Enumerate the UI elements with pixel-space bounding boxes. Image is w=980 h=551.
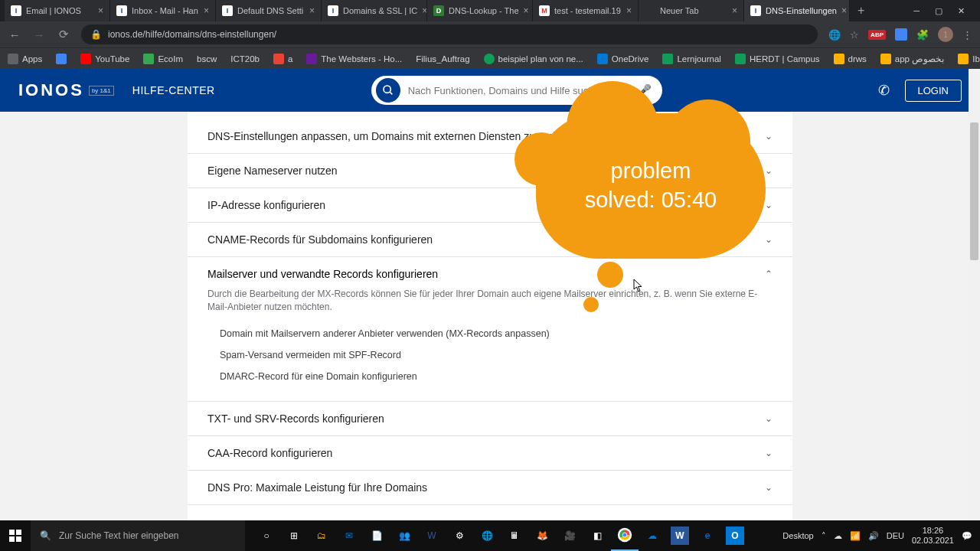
close-icon[interactable]: × <box>422 5 427 16</box>
accordion-item[interactable]: TXT- und SRV-Records konfigurieren⌄ <box>188 402 792 436</box>
section-title[interactable]: HILFE-CENTER <box>132 84 215 96</box>
close-icon[interactable]: × <box>841 5 847 16</box>
gtranslate-ext-icon[interactable] <box>895 28 907 41</box>
bookmark-youtube[interactable]: YouTube <box>80 54 129 64</box>
star-icon[interactable]: ☆ <box>850 29 859 41</box>
bookmark-ecoim[interactable]: EcoIm <box>143 54 183 64</box>
mail-icon[interactable]: ✉ <box>335 520 363 551</box>
bookmark-app[interactable]: app بخصوص <box>880 54 944 64</box>
tab-6[interactable]: Neuer Tab× <box>639 0 744 21</box>
calc-icon[interactable]: 🖩 <box>501 520 528 551</box>
bookmark-lernjournal[interactable]: Lernjournal <box>662 54 721 64</box>
zoom-icon[interactable]: 🎥 <box>556 520 583 551</box>
desktop-label[interactable]: Desktop <box>782 531 813 540</box>
cortana-icon[interactable]: ○ <box>253 520 280 551</box>
word-icon[interactable]: W <box>418 520 446 551</box>
firefox-icon[interactable]: 🦊 <box>528 520 556 551</box>
bookmark-drws[interactable]: drws <box>834 54 867 64</box>
edge-icon[interactable]: 🌐 <box>473 520 501 551</box>
tab-3[interactable]: IDomains & SSL | IC× <box>322 0 427 21</box>
clock[interactable]: 18:26 02.03.2021 <box>912 526 954 545</box>
help-link[interactable]: Domain mit Mailservern anderer Anbieter … <box>220 323 773 344</box>
new-tab-button[interactable]: + <box>850 4 872 18</box>
mic-icon[interactable]: 🎤 <box>630 83 658 98</box>
bookmark-herdt[interactable]: HERDT | Campus <box>735 54 820 64</box>
tray-overflow-icon[interactable]: ˄ <box>822 531 826 541</box>
search-input[interactable] <box>400 85 630 96</box>
accordion-header[interactable]: Mailserver und verwandte Records konfigu… <box>207 268 773 280</box>
accordion-description: Durch die Bearbeitung der MX-Records kön… <box>207 288 773 314</box>
phone-icon[interactable]: ✆ <box>878 82 890 99</box>
close-icon[interactable]: × <box>98 5 103 16</box>
browser-chrome: IEmail | IONOS× IInbox - Mail - Han× IDe… <box>0 0 980 69</box>
search-icon[interactable] <box>376 78 400 103</box>
tab-2[interactable]: IDefault DNS Setti× <box>216 0 322 21</box>
help-link[interactable]: DMARC-Record für eine Domain konfigurier… <box>220 366 773 387</box>
accordion-item[interactable]: DNS Pro: Maximale Leistung für Ihre Doma… <box>188 471 792 505</box>
translate-icon[interactable]: 🌐 <box>828 29 841 41</box>
bookmark-beispiel[interactable]: beispiel plan von ne... <box>484 54 583 64</box>
bookmark-ib03[interactable]: Ib03 <box>958 54 980 64</box>
abp-ext-icon[interactable]: ABP <box>868 30 886 40</box>
bookmark-apps[interactable]: Apps <box>8 54 42 64</box>
login-button[interactable]: LOGIN <box>905 80 962 102</box>
ionos-logo[interactable]: IONOS by 1&1 <box>18 80 114 100</box>
minimize-icon[interactable]: ─ <box>913 6 920 16</box>
bookmark-filius[interactable]: Filius_Auftrag <box>416 54 469 64</box>
settings-icon[interactable]: ⚙ <box>446 520 473 551</box>
close-icon[interactable]: × <box>204 5 209 16</box>
dev-icon[interactable]: ◧ <box>583 520 611 551</box>
help-link[interactable]: Spam-Versand vermeiden mit SPF-Record <box>220 344 773 366</box>
tab-0[interactable]: IEmail | IONOS× <box>5 0 110 21</box>
url-field[interactable]: 🔒 ionos.de/hilfe/domains/dns-einstellung… <box>81 24 818 44</box>
explorer-icon[interactable]: 🗂 <box>308 520 335 551</box>
bookmark-onedrive[interactable]: OneDrive <box>597 54 649 64</box>
forward-icon[interactable]: → <box>32 28 46 41</box>
teams-icon[interactable]: 👥 <box>390 520 418 551</box>
wifi-icon[interactable]: 📶 <box>850 531 861 541</box>
bookmark-websters[interactable]: The Websters - Ho... <box>306 54 402 64</box>
taskbar-search[interactable]: 🔍 Zur Suche Text hier eingeben <box>31 520 245 551</box>
maximize-icon[interactable]: ▢ <box>935 6 942 16</box>
start-button[interactable] <box>0 520 31 551</box>
window-controls: ─ ▢ ✕ <box>913 6 975 16</box>
tab-1[interactable]: IInbox - Mail - Han× <box>110 0 216 21</box>
scrollbar[interactable] <box>969 69 980 520</box>
accordion-item[interactable]: Eigene Nameserver nutzen⌄ <box>188 154 792 188</box>
close-window-icon[interactable]: ✕ <box>958 6 965 16</box>
onedrive-icon[interactable]: ☁ <box>639 520 666 551</box>
bookmark-1[interactable] <box>56 54 67 64</box>
tab-7[interactable]: IDNS-Einstellungen× <box>744 0 850 21</box>
chrome-icon[interactable] <box>611 520 639 551</box>
close-icon[interactable]: × <box>732 5 737 16</box>
notifications-icon[interactable]: 💬 <box>962 531 972 541</box>
menu-icon[interactable]: ⋮ <box>962 29 972 41</box>
language-indicator[interactable]: DEU <box>887 531 904 540</box>
accordion-item[interactable]: CNAME-Records für Subdomains konfigurier… <box>188 223 792 257</box>
volume-icon[interactable]: 🔊 <box>868 531 879 541</box>
bookmark-ict20b[interactable]: ICT20b <box>230 54 260 64</box>
notepad-icon[interactable]: 📄 <box>363 520 390 551</box>
accordion-item[interactable]: CAA-Record konfigurieren⌄ <box>188 436 792 471</box>
outlook-icon[interactable]: O <box>726 527 744 545</box>
word2-icon[interactable]: W <box>671 527 689 545</box>
bookmark-bscw[interactable]: bscw <box>197 54 217 64</box>
back-icon[interactable]: ← <box>8 28 21 41</box>
chevron-down-icon: ⌄ <box>765 482 773 493</box>
search-icon: 🔍 <box>40 530 51 541</box>
tab-4[interactable]: DDNS-Lookup - The× <box>427 0 533 21</box>
cloud-tray-icon[interactable]: ☁ <box>834 531 842 541</box>
tab-5[interactable]: Mtest - testemail.19× <box>533 0 639 21</box>
close-icon[interactable]: × <box>626 5 632 16</box>
reload-icon[interactable]: ⟳ <box>57 28 70 41</box>
close-icon[interactable]: × <box>524 5 529 16</box>
bookmark-a[interactable]: a <box>273 54 292 64</box>
accordion-item[interactable]: DNS-Einstellungen anpassen, um Domains m… <box>188 119 792 154</box>
edge2-icon[interactable]: e <box>694 520 721 551</box>
accordion-item[interactable]: IP-Adresse konfigurieren⌄ <box>188 188 792 223</box>
extensions-icon[interactable]: 🧩 <box>916 29 929 41</box>
profile-icon[interactable]: 1 <box>938 27 953 42</box>
close-icon[interactable]: × <box>309 5 315 16</box>
taskview-icon[interactable]: ⊞ <box>280 520 308 551</box>
accordion-links: Domain mit Mailservern anderer Anbieter … <box>207 314 773 401</box>
